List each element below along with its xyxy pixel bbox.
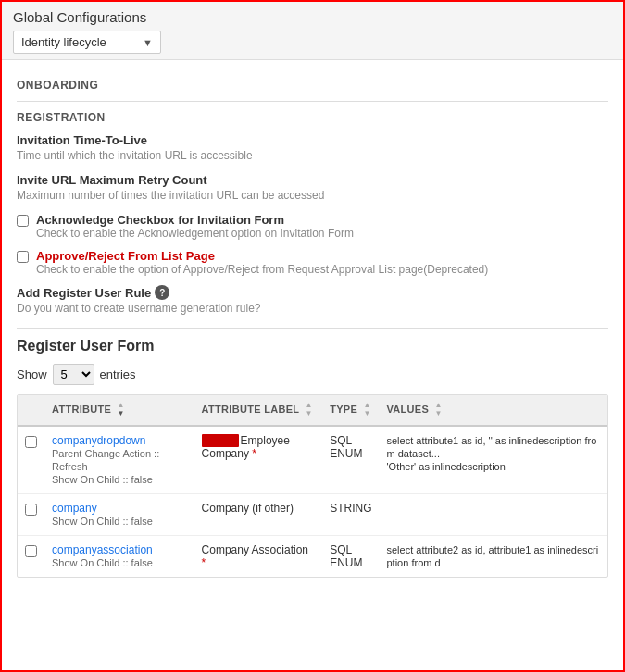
th-attribute-label: ATTRIBUTE (52, 404, 111, 415)
row1-label-cell: EmployeeCompany * (194, 426, 323, 494)
row3-label-cell: Company Association * (194, 535, 323, 577)
add-rule-label-text: Add Register User Rule (17, 286, 151, 300)
sort-values-icon: ▲▼ (434, 402, 442, 418)
row2-attribute-link[interactable]: company (52, 502, 97, 515)
chevron-down-icon: ▼ (143, 37, 153, 48)
row3-values-cell: select attribute2 as id, attribute1 as i… (380, 535, 608, 577)
row1-redacted (202, 434, 239, 447)
row2-label-cell: Company (if other) (194, 493, 323, 535)
register-form-table: ATTRIBUTE ▲▼ ATTRIBUTE LABEL ▲▼ TYPE ▲▼ (18, 395, 607, 577)
row2-cb-cell (18, 493, 44, 535)
register-form-table-container: ATTRIBUTE ▲▼ ATTRIBUTE LABEL ▲▼ TYPE ▲▼ (17, 394, 608, 578)
approve-reject-checkbox-desc: Check to enable the option of Approve/Re… (36, 263, 488, 276)
approve-reject-checkbox-row: Approve/Reject From List Page Check to e… (17, 249, 608, 276)
sort-type-icon: ▲▼ (363, 402, 370, 418)
row2-type-cell: STRING (322, 493, 379, 535)
sort-attr-label-icon: ▲▼ (305, 402, 312, 418)
row3-values: select attribute2 as id, attribute1 as i… (387, 544, 599, 568)
row1-type-cell: SQLENUM (322, 426, 379, 494)
entries-label: entries (100, 367, 136, 381)
show-label: Show (17, 367, 47, 381)
row1-type: SQLENUM (330, 434, 362, 460)
row3-required-star: * (202, 556, 206, 569)
page-title: Global Configurations (13, 9, 612, 25)
divider-register-form (17, 328, 608, 329)
entries-select[interactable]: 5 10 25 50 (53, 364, 94, 385)
row1-attribute-link[interactable]: companydropdown (52, 434, 145, 447)
invitation-ttl-label: Invitation Time-To-Live (17, 133, 608, 147)
add-rule-desc: Do you want to create username generatio… (17, 302, 608, 315)
field-invite-url-retry: Invite URL Maximum Retry Count Maximum n… (17, 173, 608, 202)
row2-checkbox[interactable] (25, 504, 37, 516)
th-attribute-label-text: ATTRIBUTE LABEL (202, 404, 300, 415)
row3-type-cell: SQLENUM (322, 535, 379, 577)
row1-required-star: * (252, 447, 256, 460)
add-rule-group: Add Register User Rule ? Do you want to … (17, 285, 608, 315)
registration-section-label: REGISTRATION (17, 111, 608, 124)
row3-checkbox[interactable] (25, 545, 37, 557)
th-attribute-label-col[interactable]: ATTRIBUTE LABEL ▲▼ (194, 395, 323, 426)
row3-attribute-cell: companyassociation Show On Child :: fals… (44, 535, 194, 577)
row1-cb-cell (18, 426, 44, 494)
table-header-row: ATTRIBUTE ▲▼ ATTRIBUTE LABEL ▲▼ TYPE ▲▼ (18, 395, 607, 426)
th-values-label: VALUES (387, 404, 430, 415)
row1-values: select attribute1 as id, '' as inlinedes… (387, 435, 597, 472)
invite-url-retry-desc: Maximum number of times the invitation U… (17, 189, 608, 202)
th-type[interactable]: TYPE ▲▼ (322, 395, 379, 426)
row3-label-text: Company Association * (202, 543, 308, 569)
row2-label-text: Company (if other) (202, 502, 294, 515)
table-row: company Show On Child :: false Company (… (18, 493, 607, 535)
th-values[interactable]: VALUES ▲▼ (380, 395, 608, 426)
th-type-label: TYPE (330, 404, 357, 415)
invitation-ttl-desc: Time until which the invitation URL is a… (17, 149, 608, 162)
row3-type: SQLENUM (330, 543, 362, 569)
acknowledge-checkbox[interactable] (17, 215, 29, 227)
help-icon[interactable]: ? (155, 285, 169, 300)
row2-values-cell (380, 493, 608, 535)
sort-attribute-icon: ▲▼ (118, 402, 125, 418)
row3-cb-cell (18, 535, 44, 577)
row3-attribute-link[interactable]: companyassociation (52, 543, 153, 556)
dropdown-selected-label: Identity lifecycle (21, 35, 135, 49)
th-checkbox (18, 395, 44, 426)
acknowledge-checkbox-desc: Check to enable the Acknowledgement opti… (36, 227, 354, 240)
register-form-title: Register User Form (17, 338, 608, 355)
approve-reject-checkbox-label: Approve/Reject From List Page (36, 249, 488, 263)
field-invitation-ttl: Invitation Time-To-Live Time until which… (17, 133, 608, 162)
invite-url-retry-label: Invite URL Maximum Retry Count (17, 173, 608, 187)
table-row: companydropdown Parent Change Action :: … (18, 426, 607, 494)
row2-type: STRING (330, 502, 371, 515)
row2-attribute-sub: Show On Child :: false (52, 516, 153, 527)
row1-checkbox[interactable] (25, 436, 37, 448)
header: Global Configurations Identity lifecycle… (2, 2, 623, 60)
row1-attribute-sub: Parent Change Action :: RefreshShow On C… (52, 448, 159, 485)
main-content: ONBOARDING REGISTRATION Invitation Time-… (2, 60, 623, 578)
row1-attribute-cell: companydropdown Parent Change Action :: … (44, 426, 194, 494)
approve-reject-checkbox[interactable] (17, 251, 29, 263)
row2-attribute-cell: company Show On Child :: false (44, 493, 194, 535)
table-row: companyassociation Show On Child :: fals… (18, 535, 607, 577)
page-container: Global Configurations Identity lifecycle… (0, 0, 625, 672)
divider-onboarding (17, 101, 608, 102)
onboarding-section-label: ONBOARDING (17, 79, 608, 92)
th-attribute[interactable]: ATTRIBUTE ▲▼ (44, 395, 194, 426)
row1-values-cell: select attribute1 as id, '' as inlinedes… (380, 426, 608, 494)
acknowledge-checkbox-label: Acknowledge Checkbox for Invitation Form (36, 213, 354, 227)
acknowledge-checkbox-row: Acknowledge Checkbox for Invitation Form… (17, 213, 608, 240)
show-entries-row: Show 5 10 25 50 entries (17, 364, 608, 385)
lifecycle-dropdown[interactable]: Identity lifecycle ▼ (13, 31, 161, 54)
row3-attribute-sub: Show On Child :: false (52, 557, 153, 568)
